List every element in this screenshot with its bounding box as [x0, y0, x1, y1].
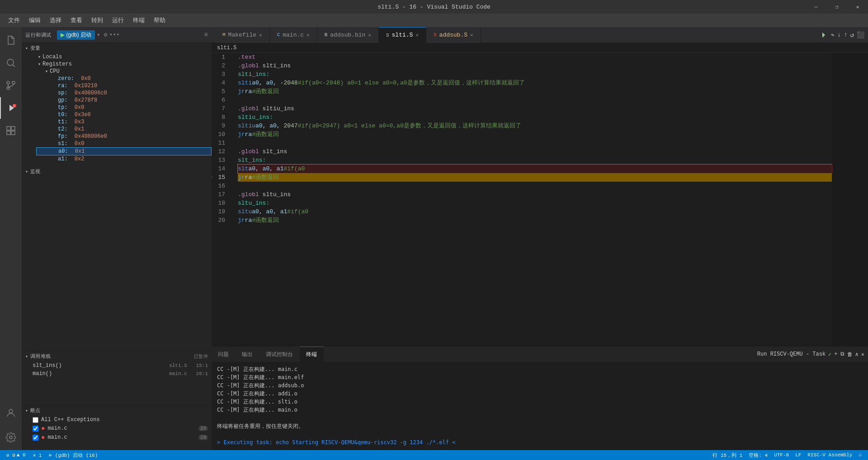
bottom-tab-debug-console[interactable]: 调试控制台	[259, 347, 300, 362]
task-close-icon[interactable]: ✕	[861, 351, 864, 358]
debug-settings-icon[interactable]: ⚙	[104, 31, 108, 38]
registers-header[interactable]: ▾ Registers	[29, 61, 212, 68]
register-item-s1[interactable]: s1: 0x0	[36, 140, 212, 147]
menu-item-终端[interactable]: 终端	[129, 15, 148, 25]
svg-rect-9	[11, 127, 15, 130]
menu-item-转到[interactable]: 转到	[88, 15, 107, 25]
makefile-close[interactable]: ✕	[259, 32, 262, 38]
breakpoints-header[interactable]: ▾ 断点	[22, 405, 212, 416]
register-item-fp[interactable]: fp: 0x408006e0	[36, 133, 212, 140]
callstack-item-0[interactable]: slt_ins()slti.S 15:1	[22, 361, 212, 370]
register-item-tp[interactable]: tp: 0x0	[36, 104, 212, 111]
addsubs-icon: S	[434, 32, 437, 38]
tab-mainc[interactable]: C main.c ✕	[270, 27, 317, 43]
debug-stepinto-icon[interactable]: ↓	[837, 31, 841, 38]
register-item-ra[interactable]: ra: 0x10210	[36, 82, 212, 89]
mainc-close[interactable]: ✕	[307, 32, 310, 38]
extensions-activity-icon[interactable]	[0, 120, 22, 141]
debug-continue-icon[interactable]: ⏵	[821, 31, 828, 39]
bp-checkbox-2[interactable]	[33, 435, 38, 441]
registers-label: Registers	[42, 61, 72, 67]
debug-restart-icon[interactable]: ↺	[850, 31, 854, 39]
register-item-a1[interactable]: a1: 0x2	[36, 155, 212, 163]
variables-header[interactable]: ▾ 变量	[22, 43, 212, 53]
code-line-5: jr ra #函数返回	[238, 87, 832, 96]
sltis-label: slti.S	[392, 32, 413, 38]
status-feedback[interactable]: ☺	[856, 450, 864, 460]
debug-stop-icon[interactable]: ⬛	[857, 31, 864, 39]
callstack-header[interactable]: ▾ 调用堆栈 已暂停	[22, 351, 212, 361]
explorer-activity-icon[interactable]	[0, 29, 22, 51]
task-label: Run RISCV-QEMU - Task	[757, 351, 826, 357]
status-gdb-label: ⊳ (gdb) 启动 (16)	[49, 452, 98, 459]
status-encoding[interactable]: UTF-8	[771, 450, 792, 460]
callstack-item-1[interactable]: main()main.c 26:1	[22, 370, 212, 378]
terminal-line: > Executing task: echo Starting RISCV-QE…	[217, 438, 863, 446]
debug-activity-icon[interactable]: !	[0, 97, 22, 119]
locals-header[interactable]: ▾ Locals	[29, 53, 212, 61]
bp-dot-2: ●	[41, 434, 45, 441]
git-activity-icon[interactable]	[0, 75, 22, 96]
bottom-tab-terminal[interactable]: 终端	[300, 347, 324, 362]
terminal-content[interactable]: CC -[M] 正在构建... main.cCC -[M] 正在构建... ma…	[212, 362, 868, 450]
register-item-t1[interactable]: t1: 0x3	[36, 118, 212, 126]
bp-checkbox-0[interactable]	[33, 417, 38, 423]
task-check-icon[interactable]: ✓	[828, 351, 831, 358]
status-spaces[interactable]: 空格: 4	[746, 450, 770, 460]
register-item-gp[interactable]: gp: 0x278f8	[36, 97, 212, 104]
account-icon[interactable]	[0, 402, 22, 424]
tab-addsubs[interactable]: S addsub.S ✕	[426, 27, 481, 43]
status-eol[interactable]: LF	[793, 450, 804, 460]
code-line-20: jr ra #函数返回	[238, 216, 832, 225]
tab-makefile[interactable]: M Makefile ✕	[215, 27, 270, 43]
minimize-button[interactable]: —	[806, 0, 826, 14]
menu-item-查看[interactable]: 查看	[67, 15, 86, 25]
register-item-t2[interactable]: t2: 0x1	[36, 126, 212, 133]
bottom-tab-problems[interactable]: 问题	[212, 347, 236, 362]
code-content[interactable]: 123456789101112131415→1617181920 .text .…	[212, 53, 868, 346]
addsubs-close[interactable]: ✕	[470, 32, 473, 38]
bottom-tab-output[interactable]: 输出	[236, 347, 259, 362]
task-split-icon[interactable]: ⧉	[840, 351, 844, 357]
code-line-4: slti a0, a0, -2048 #if(a0<-2048) a0=1 el…	[238, 79, 832, 87]
close-button[interactable]: ✕	[847, 0, 868, 14]
debug-stepout-icon[interactable]: ↑	[844, 31, 847, 38]
menu-item-运行[interactable]: 运行	[108, 15, 127, 25]
menu-item-编辑[interactable]: 编辑	[25, 15, 44, 25]
register-item-a0[interactable]: a0: 0x1	[36, 147, 212, 155]
tab-sltis[interactable]: S slti.S ✕	[379, 27, 426, 43]
debug-stepover-icon[interactable]: ↷	[830, 31, 834, 39]
status-language[interactable]: RISC-V Assembly	[805, 450, 855, 460]
menu-item-文件[interactable]: 文件	[5, 15, 24, 25]
task-add-icon[interactable]: +	[834, 351, 837, 357]
settings-icon[interactable]	[0, 427, 22, 448]
status-x-count: ✕ 1	[33, 452, 42, 458]
task-chevron-up[interactable]: ∧	[855, 351, 859, 358]
register-item-zero[interactable]: zero: 0x0	[36, 75, 212, 82]
svg-line-1	[13, 65, 15, 67]
sidebar-collapse-icon[interactable]: ≡	[204, 31, 208, 38]
debug-more-icon[interactable]: •••	[109, 32, 120, 38]
breadcrumb-file: slti.S	[217, 45, 236, 51]
status-debug-info[interactable]: ⊘ 0 ▲ 0	[4, 450, 28, 460]
status-line-col[interactable]: 行 15，列 1	[710, 450, 745, 460]
register-item-t0[interactable]: t0: 0x3e8	[36, 111, 212, 118]
start-debug-button[interactable]: ▶ (gdb) 启动	[57, 30, 95, 40]
bp-checkbox-1[interactable]	[33, 426, 38, 432]
search-activity-icon[interactable]	[0, 52, 22, 74]
status-x-icon[interactable]: ✕ 1	[30, 450, 45, 460]
addsubbin-close[interactable]: ✕	[368, 32, 371, 38]
menu-item-帮助[interactable]: 帮助	[150, 15, 169, 25]
status-gdb-info[interactable]: ⊳ (gdb) 启动 (16)	[46, 450, 100, 460]
maximize-button[interactable]: ❐	[826, 0, 847, 14]
menu-item-选择[interactable]: 选择	[46, 15, 65, 25]
cpu-header[interactable]: ▾ CPU	[36, 68, 212, 75]
register-item-sp[interactable]: sp: 0x408006c0	[36, 89, 212, 97]
bottom-tabs: 问题 输出 调试控制台 终端 Run RISCV-QEMU - Task ✓ +…	[212, 347, 868, 362]
sltis-close[interactable]: ✕	[415, 32, 419, 38]
task-trash-icon[interactable]: 🗑	[847, 351, 853, 358]
watch-header[interactable]: ▾ 监视	[22, 166, 212, 177]
debug-config-dropdown[interactable]: ▾	[97, 31, 100, 38]
tab-addsub-bin[interactable]: B addsub.bin ✕	[317, 27, 379, 43]
reg-val: 0x278f8	[75, 97, 97, 103]
